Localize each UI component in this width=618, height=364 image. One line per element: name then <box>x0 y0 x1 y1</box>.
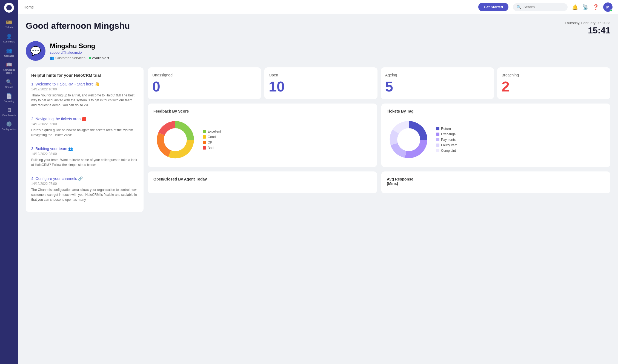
chevron-down-icon: ▾ <box>107 56 109 60</box>
get-started-button[interactable]: Get Started <box>478 3 508 11</box>
stat-card-breaching[interactable]: Breaching 2 <box>497 67 610 99</box>
legend-color <box>436 138 439 141</box>
legend-item: Excellent <box>203 130 221 133</box>
legend-label: Faulty Item <box>441 143 457 147</box>
hint-description: Here's a quick guide on how to navigate … <box>31 128 138 137</box>
tickets-tag-chart-card: Tickets By Tag <box>381 104 610 167</box>
user-avatar-button[interactable]: M <box>603 2 613 12</box>
sidebar-item-dashboards[interactable]: 🖥Dashboards <box>1 105 17 119</box>
legend-label: Return <box>441 127 451 131</box>
feedback-donut <box>153 118 197 162</box>
search-icon: 🔍 <box>6 79 12 85</box>
legend-label: Complaint <box>441 149 456 153</box>
legend-item: Bad <box>203 146 221 150</box>
sidebar-logo[interactable] <box>4 3 14 13</box>
tickets-donut <box>387 118 431 162</box>
sidebar-item-label: Tickets <box>5 26 13 29</box>
profile-email[interactable]: support@halocrm.io <box>50 50 82 55</box>
profile-details: Mingshu Song support@halocrm.io 👥 Custom… <box>50 42 109 60</box>
tickets-icon: 🎫 <box>6 19 12 25</box>
hints-list: 1. Welcome to HaloCRM - Start here 👋 14/… <box>31 82 138 207</box>
sidebar-item-reporting[interactable]: 📄Reporting <box>1 91 17 105</box>
tickets-tag-title: Tickets By Tag <box>387 109 605 113</box>
search-input[interactable] <box>523 5 564 9</box>
profile-name: Mingshu Song <box>50 42 109 50</box>
svg-point-0 <box>164 128 187 151</box>
stat-card-ageing[interactable]: Ageing 5 <box>381 67 494 99</box>
stats-row: Unassigned 0 Open 10 Ageing 5 Breaching … <box>148 67 610 99</box>
online-indicator <box>610 9 612 12</box>
legend-item: Return <box>436 127 457 131</box>
charts-row: Feedback By Score <box>148 104 610 167</box>
dashboards-icon: 🖥 <box>7 107 12 113</box>
right-column: Unassigned 0 Open 10 Ageing 5 Breaching … <box>148 67 610 212</box>
search-icon: 🔍 <box>517 5 521 9</box>
legend-color <box>436 144 439 147</box>
home-link[interactable]: Home <box>24 5 34 9</box>
list-item: 3. Building your team 👥 14/12/2022 08:00… <box>31 147 138 172</box>
legend-color <box>436 127 439 130</box>
page-content: Good afternoon Mingshu Thursday, Februar… <box>18 14 618 364</box>
legend-label: Good <box>208 135 216 139</box>
stat-value: 2 <box>502 79 606 94</box>
hints-panel: Helpful hints for your HaloCRM trial 1. … <box>26 67 144 212</box>
sidebar-item-configuration[interactable]: ⚙️Configuration <box>1 119 17 133</box>
open-closed-title: Open/Closed By Agent Today <box>153 177 371 181</box>
legend-color <box>203 141 206 144</box>
profile-card: 💬 Mingshu Song support@halocrm.io 👥 Cust… <box>26 41 610 61</box>
help-icon[interactable]: ❓ <box>593 4 599 10</box>
hint-date: 14/12/2022 08:00 <box>31 152 138 156</box>
hint-link[interactable]: 3. Building your team 👥 <box>31 147 138 151</box>
profile-meta: 👥 Customer Services Available ▾ <box>50 56 109 60</box>
sidebar-item-contacts[interactable]: 👥Contacts <box>1 45 17 60</box>
legend-color <box>436 133 439 136</box>
legend-color <box>203 135 206 139</box>
avg-response-card: Avg Response (Mins) <box>381 171 610 193</box>
hint-description: Thank you for signing up to a trial, and… <box>31 93 138 108</box>
hint-date: 14/12/2022 07:00 <box>31 182 138 186</box>
stat-value: 0 <box>152 79 257 94</box>
contacts-icon: 👥 <box>6 48 12 54</box>
sidebar-item-tickets[interactable]: 🎫Tickets <box>1 17 17 31</box>
greeting-text: Good afternoon Mingshu <box>26 21 130 31</box>
datetime-display: Thursday, February 9th 2023 15:41 <box>565 21 610 36</box>
tickets-tag-inner: ReturnExchangePaymentsFaulty ItemComplai… <box>387 118 605 162</box>
legend-label: Payments <box>441 138 456 142</box>
sidebar-item-label: Contacts <box>4 55 14 58</box>
bell-icon[interactable]: 🔔 <box>572 4 578 10</box>
legend-item: Exchange <box>436 132 457 136</box>
rss-icon[interactable]: 📡 <box>582 4 588 10</box>
knowledge-base-icon: 📖 <box>6 62 12 68</box>
hint-link[interactable]: 1. Welcome to HaloCRM - Start here 👋 <box>31 82 138 86</box>
sidebar: 🎫Tickets👤Customers👥Contacts📖Knowledge Ba… <box>0 0 18 364</box>
hint-link[interactable]: 2. Navigating the tickets area 🟥 <box>31 117 138 121</box>
hint-date: 14/12/2022 09:00 <box>31 122 138 126</box>
date-text: Thursday, February 9th 2023 <box>565 21 610 25</box>
status-badge[interactable]: Available ▾ <box>89 56 110 60</box>
sidebar-item-label: Customers <box>3 40 15 43</box>
legend-color <box>203 130 206 133</box>
hint-description: The Channels configuration area allows y… <box>31 187 138 202</box>
stat-value: 10 <box>269 79 373 94</box>
legend-label: Excellent <box>208 130 221 133</box>
sidebar-item-label: Reporting <box>4 100 14 103</box>
stat-card-unassigned[interactable]: Unassigned 0 <box>148 67 261 99</box>
sidebar-item-knowledge-base[interactable]: 📖Knowledge Base <box>1 59 17 77</box>
legend-item: Faulty Item <box>436 143 457 147</box>
sidebar-item-label: Dashboards <box>2 114 16 117</box>
feedback-chart-inner: ExcellentGoodOKBad <box>153 118 371 162</box>
stat-card-open[interactable]: Open 10 <box>264 67 377 99</box>
legend-color <box>203 146 206 150</box>
svg-point-1 <box>397 128 420 151</box>
sidebar-item-label: Knowledge Base <box>2 68 16 74</box>
sidebar-item-customers[interactable]: 👤Customers <box>1 31 17 45</box>
customers-icon: 👤 <box>6 33 12 39</box>
sidebar-item-search[interactable]: 🔍Search <box>1 77 17 91</box>
avatar: 💬 <box>26 41 45 61</box>
legend-item: Payments <box>436 138 457 142</box>
hint-link[interactable]: 4. Configure your channels 🔗 <box>31 176 138 181</box>
tickets-tag-legend: ReturnExchangePaymentsFaulty ItemComplai… <box>436 127 457 153</box>
configuration-icon: ⚙️ <box>6 121 12 127</box>
sidebar-item-label: Configuration <box>2 128 16 131</box>
list-item: 1. Welcome to HaloCRM - Start here 👋 14/… <box>31 82 138 112</box>
